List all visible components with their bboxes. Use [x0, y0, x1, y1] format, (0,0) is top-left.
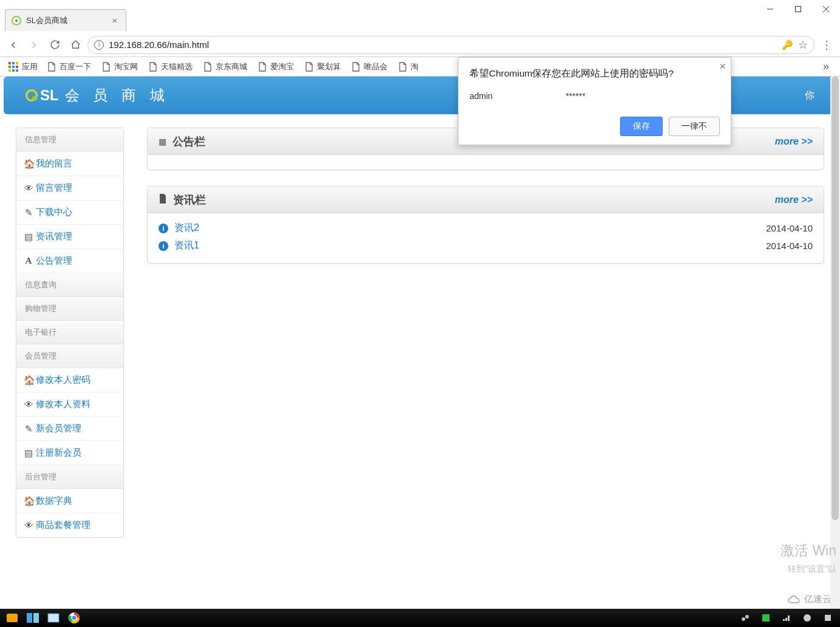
- tray-icon[interactable]: [799, 611, 816, 625]
- news-title: 资讯1: [174, 239, 199, 252]
- tray-icon[interactable]: [737, 611, 754, 625]
- sidebar: 信息管理 🏠我的留言 👁留言管理 ✎下载中心 ▤资讯管理 A公告管理 信息查询 …: [16, 128, 124, 538]
- brand-sl: SL: [40, 87, 59, 104]
- panel-title: 资讯栏: [173, 193, 206, 207]
- bookmark-item[interactable]: 淘: [394, 59, 423, 75]
- tray-icon[interactable]: [778, 611, 795, 625]
- apps-button[interactable]: 应用: [5, 59, 41, 75]
- bookmark-item[interactable]: 天猫精选: [144, 59, 197, 75]
- grid-icon: ▦: [159, 137, 166, 146]
- eye-icon: 👁: [24, 520, 33, 530]
- site-brand: SL 会 员 商 城: [26, 86, 169, 105]
- sidebar-item-news-manage[interactable]: ▤资讯管理: [16, 225, 123, 249]
- brand-text: 会 员 商 城: [65, 86, 169, 105]
- page-icon: [398, 62, 407, 72]
- window-close-button[interactable]: [812, 0, 840, 18]
- news-row[interactable]: i 资讯1 2014-04-10: [159, 237, 813, 255]
- apps-label: 应用: [22, 61, 38, 72]
- news-panel: 资讯栏 more >> i 资讯2 2014-04-10 i 资讯1 2014-…: [147, 186, 824, 264]
- browser-tab[interactable]: SL会员商城 ×: [5, 9, 126, 31]
- sidebar-item-register-member[interactable]: ▤注册新会员: [16, 441, 123, 465]
- sidebar-group-header: 信息管理: [16, 128, 123, 152]
- svg-point-13: [804, 614, 811, 622]
- popup-close-icon[interactable]: ×: [719, 60, 726, 73]
- save-button[interactable]: 保存: [620, 117, 663, 136]
- address-bar[interactable]: i 192.168.20.66/main.html 🔑 ☆: [87, 36, 814, 54]
- taskbar-app-icon[interactable]: [24, 611, 41, 625]
- sidebar-item-message-manage[interactable]: 👁留言管理: [16, 176, 123, 200]
- sidebar-group-header: 后台管理: [16, 465, 123, 489]
- bookmark-item[interactable]: 聚划算: [300, 59, 346, 75]
- svg-rect-5: [27, 613, 32, 623]
- favicon-icon: [12, 16, 21, 26]
- sidebar-item-data-dict[interactable]: 🏠数据字典: [16, 489, 123, 513]
- windows-taskbar: [0, 609, 840, 627]
- bookmark-item[interactable]: 唯品会: [347, 59, 392, 75]
- browser-toolbar: i 192.168.20.66/main.html 🔑 ☆ ⋮: [0, 33, 840, 57]
- sidebar-group-header[interactable]: 购物管理: [16, 297, 123, 321]
- popup-username: admin: [470, 91, 493, 101]
- sidebar-item-notice-manage[interactable]: A公告管理: [16, 249, 123, 273]
- tab-strip: SL会员商城 ×: [5, 9, 126, 31]
- bookmark-item[interactable]: 京东商城: [199, 59, 252, 75]
- nav-forward-button[interactable]: [26, 36, 43, 53]
- page-icon: [149, 62, 157, 72]
- sidebar-group-header[interactable]: 信息查询: [16, 273, 123, 297]
- bookmark-item[interactable]: 爱淘宝: [253, 59, 299, 75]
- more-link[interactable]: more >>: [775, 136, 813, 147]
- bookmarks-overflow-button[interactable]: »: [817, 60, 835, 73]
- key-icon[interactable]: 🔑: [782, 39, 793, 50]
- cloud-watermark: 亿速云: [787, 594, 831, 605]
- list-icon: ▤: [24, 448, 33, 459]
- list-icon: ▤: [24, 231, 33, 242]
- taskbar-app-icon[interactable]: [4, 611, 21, 625]
- tab-close-icon[interactable]: ×: [112, 15, 117, 26]
- scrollbar-thumb[interactable]: [831, 77, 839, 520]
- panel-title: 公告栏: [172, 134, 205, 149]
- popup-password-mask: ******: [565, 91, 586, 101]
- site-info-icon[interactable]: i: [94, 40, 104, 50]
- sidebar-item-change-profile[interactable]: 👁修改本人资料: [16, 392, 123, 417]
- page-content: SL 会 员 商 城 你 信息管理 🏠我的留言 👁留言管理 ✎下载中心 ▤资讯管…: [0, 77, 840, 551]
- window-minimize-button[interactable]: [756, 0, 784, 18]
- window-maximize-button[interactable]: [784, 0, 812, 18]
- svg-point-10: [742, 617, 745, 621]
- bookmark-star-icon[interactable]: ☆: [798, 38, 808, 52]
- svg-rect-4: [7, 614, 18, 622]
- news-row[interactable]: i 资讯2 2014-04-10: [159, 219, 813, 237]
- eye-icon: 👁: [24, 399, 33, 409]
- svg-rect-12: [762, 614, 770, 622]
- popup-message: 希望Chromium保存您在此网站上使用的密码吗?: [470, 67, 720, 80]
- sidebar-item-change-password[interactable]: 🏠修改本人密码: [16, 368, 123, 392]
- save-password-popup: × 希望Chromium保存您在此网站上使用的密码吗? admin ******…: [458, 57, 731, 145]
- tray-icon[interactable]: [757, 611, 774, 625]
- svg-point-11: [745, 615, 749, 618]
- tray-icon[interactable]: [819, 611, 836, 625]
- never-button[interactable]: 一律不: [669, 117, 720, 136]
- font-icon: A: [24, 256, 33, 266]
- edit-icon: ✎: [24, 207, 33, 218]
- file-icon: [159, 194, 167, 205]
- url-text: 192.168.20.66/main.html: [109, 39, 777, 50]
- sidebar-group-header[interactable]: 电子银行: [16, 321, 123, 344]
- nav-reload-button[interactable]: [46, 36, 63, 53]
- taskbar-app-icon[interactable]: [45, 611, 62, 625]
- bookmark-item[interactable]: 淘宝网: [97, 59, 143, 75]
- nav-back-button[interactable]: [5, 36, 22, 53]
- bookmark-item[interactable]: 百度一下: [43, 59, 96, 75]
- svg-point-9: [72, 615, 77, 620]
- sidebar-item-new-member-manage[interactable]: ✎新会员管理: [16, 417, 123, 441]
- more-link[interactable]: more >>: [775, 194, 813, 205]
- news-date: 2014-04-10: [766, 223, 813, 233]
- page-scrollbar[interactable]: [830, 77, 840, 609]
- sidebar-item-my-messages[interactable]: 🏠我的留言: [16, 152, 123, 176]
- page-icon: [258, 62, 267, 72]
- apps-grid-icon: [9, 62, 18, 72]
- browser-menu-button[interactable]: ⋮: [818, 36, 835, 53]
- home-icon: 🏠: [24, 375, 33, 386]
- eye-icon: 👁: [24, 183, 33, 193]
- sidebar-item-download-center[interactable]: ✎下载中心: [16, 200, 123, 225]
- sidebar-item-product-package[interactable]: 👁商品套餐管理: [16, 513, 123, 537]
- nav-home-button[interactable]: [67, 36, 84, 53]
- taskbar-chrome-icon[interactable]: [66, 611, 83, 625]
